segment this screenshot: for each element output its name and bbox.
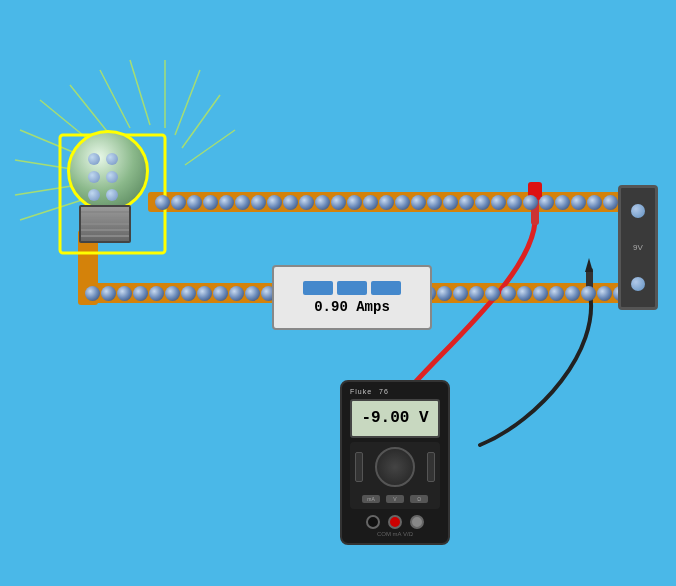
ammeter-segment-1 [303, 281, 333, 295]
port-ma [410, 515, 424, 529]
svg-line-6 [182, 95, 220, 148]
svg-marker-20 [585, 258, 593, 272]
ammeter-reading: 0.90 Amps [314, 299, 390, 315]
lightbulb [55, 120, 165, 250]
battery-terminal-top [631, 204, 645, 218]
battery: 9V [618, 185, 658, 310]
multimeter-ports [366, 515, 424, 529]
multimeter-dial-area: mA V Ω [350, 442, 440, 509]
ammeter-segment-3 [371, 281, 401, 295]
multimeter-dial[interactable] [375, 447, 415, 487]
multimeter-bottom-label: COM mA V/Ω [377, 531, 413, 537]
svg-line-7 [185, 130, 235, 165]
multimeter-reading: -9.00 V [361, 409, 428, 427]
port-v-ma [388, 515, 402, 529]
svg-line-3 [130, 60, 150, 125]
multimeter: Fluke 76 -9.00 V mA V Ω COM mA V/Ω [340, 380, 450, 545]
ammeter: 0.90 Amps [272, 265, 432, 330]
multimeter-screen: -9.00 V [350, 399, 440, 438]
battery-label: 9V [633, 243, 643, 252]
ammeter-display [303, 281, 401, 295]
multimeter-brand: Fluke 76 [350, 388, 440, 395]
port-com [366, 515, 380, 529]
battery-terminal-bottom [631, 277, 645, 291]
svg-line-5 [175, 70, 200, 135]
ammeter-segment-2 [337, 281, 367, 295]
beads-top-wire: // Will be rendered via JS [155, 191, 623, 213]
